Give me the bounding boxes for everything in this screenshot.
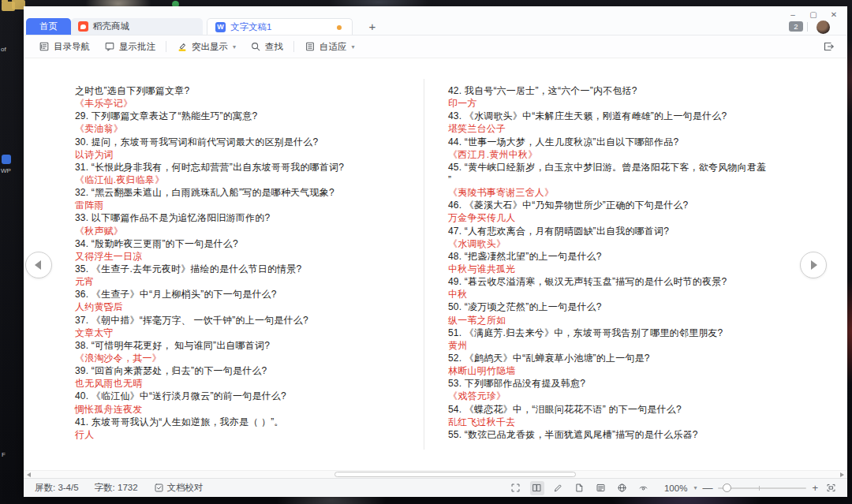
outline-icon [39, 41, 50, 52]
divider [293, 41, 294, 52]
answer-line: 黄州 [448, 339, 827, 352]
proofread-label: 文档校对 [167, 482, 204, 494]
word-count[interactable]: 字数: 1732 [95, 482, 138, 494]
tab-docer-store[interactable]: 稻壳商城 [71, 18, 203, 35]
new-tab-button[interactable]: + [363, 18, 382, 34]
docer-store-icon [78, 21, 88, 32]
answer-line: 《临江仙.夜归临皋》 [75, 174, 422, 186]
question-line: 32. “黑云翻墨未遮山，白雨跳珠乱入船”写的是哪种天气现象? [75, 186, 422, 199]
document-canvas[interactable]: 之时也”选自下列哪篇文章?《丰乐亭记》29. 下列哪篇文章表达了“熟能生巧”的寓… [24, 58, 847, 470]
question-line: 50. “凌万顷之茫然”的上一句是什么? [448, 301, 827, 313]
question-line: 34. “殷勤昨夜三更雨”的下一句是什么? [75, 237, 422, 250]
highlight-label: 突出显示 [192, 41, 228, 53]
page-view-button[interactable] [573, 481, 587, 495]
window-controls: – ▢ ✕ [783, 8, 844, 21]
scroll-left-arrow-icon[interactable] [27, 472, 31, 477]
unsaved-changes-dot-icon [337, 25, 342, 30]
eye-protect-button[interactable] [637, 481, 651, 495]
question-line: 49. “暮云收尽溢清寒，银汉无声转玉盘”描写的是什么时节的夜景? [448, 275, 827, 288]
question-line: 52. 《鹧鸪天》中“乱蝉衰草小池塘”的上一句是? [448, 352, 827, 364]
answer-line: 《丰乐亭记》 [75, 97, 422, 110]
show-comments-label: 显示批注 [119, 41, 155, 53]
status-right-group: 100% ▾ — + [509, 481, 847, 495]
question-line: 43. 《水调歌头》中“未解庄生天籁，刚道有雌雄”的上一句是什么? [448, 110, 827, 122]
find-button[interactable]: 查找 [243, 38, 290, 55]
answer-line: 又得浮生一日凉 [75, 250, 422, 263]
desktop-icon-label: of [1, 46, 6, 53]
highlight-dropdown-button[interactable]: 突出显示 ▾ [170, 38, 243, 55]
answer-line: 元宵 [75, 275, 422, 288]
answer-line: 《秋声赋》 [75, 225, 422, 237]
question-line: 46. 《菱溪大石》中“乃知异物世所少”正确的下句是什么? [448, 199, 827, 211]
zoom-out-button[interactable]: — [702, 482, 712, 494]
web-layout-button[interactable] [615, 481, 630, 495]
answer-line: 文章太守 [75, 327, 422, 339]
question-line: 39. “回首向来萧瑟处，归去”的下一句是什么? [75, 364, 422, 377]
question-line: 48. “把盏凄然北望”的上一句是什么? [448, 250, 827, 263]
tab-home-label: 首页 [39, 21, 58, 32]
page-fit-icon [305, 41, 316, 52]
outline-nav-button[interactable]: 目录导航 [32, 38, 97, 55]
question-line: 29. 下列哪篇文章表达了“熟能生巧”的寓意? [75, 110, 422, 122]
question-line: 30. 提问，东坡哥哥我写词和前代写词最大的区别是什么? [75, 136, 422, 148]
zoom-controls: 100% ▾ — + [664, 481, 838, 495]
prev-page-button[interactable] [25, 252, 52, 278]
show-comments-button[interactable]: 显示批注 [97, 38, 163, 55]
zoom-in-button[interactable]: + [812, 482, 818, 494]
fit-window-icon [826, 483, 836, 493]
fit-window-button[interactable] [824, 481, 838, 495]
tab-bar: 首页 稻壳商城 W 文字文稿1 + – ▢ ✕ 2 [24, 6, 847, 35]
edit-mode-button[interactable] [551, 481, 566, 495]
question-line: 之时也”选自下列哪篇文章? [75, 84, 422, 97]
answer-line: 中秋与谁共孤光 [448, 263, 827, 275]
answer-line: 也无风雨也无晴 [75, 377, 422, 390]
arrow-right-icon [811, 260, 817, 270]
fullscreen-button[interactable] [509, 481, 523, 495]
proofread-icon [154, 483, 164, 493]
screen-count: 屏数: 3-4/5 [35, 482, 79, 494]
page-left-text: 之时也”选自下列哪篇文章?《丰乐亭记》29. 下列哪篇文章表达了“熟能生巧”的寓… [75, 84, 422, 441]
question-line: 45. “黄牛峡口经新岁，白玉京中梦旧游。曾是洛阳花下客，欲夸风物向君羞 [448, 161, 827, 174]
question-line: 31. “长恨此身非我有，何时忘却营营”出自东坡哥哥我的哪首词? [75, 161, 422, 174]
answer-line: 以诗为词 [75, 148, 422, 161]
message-count-badge[interactable]: 2 [789, 21, 803, 32]
answer-line: 万金争买传几人 [448, 211, 827, 224]
scroll-right-arrow-icon[interactable] [840, 472, 844, 477]
user-avatar[interactable] [816, 21, 830, 34]
tab-document[interactable]: W 文字文稿1 [207, 18, 353, 35]
question-line: 53. 下列哪部作品没有提及韩愈? [448, 377, 827, 390]
zoom-level[interactable]: 100% [664, 483, 687, 493]
scrollbar-thumb[interactable] [334, 472, 576, 477]
share-export-button[interactable] [822, 40, 835, 53]
question-line: 44. “世事一场大梦，人生几度秋凉”出自以下哪部作品? [448, 136, 827, 148]
autofit-dropdown-button[interactable]: 自适应 ▾ [297, 38, 362, 55]
zoom-slider-thumb[interactable] [723, 483, 731, 492]
answer-line: 惆怅孤舟连夜发 [75, 403, 422, 416]
answer-line: 行人 [75, 428, 422, 441]
highlighter-icon [177, 41, 188, 52]
answer-line: 雷阵雨 [75, 199, 422, 211]
close-button[interactable]: ✕ [824, 8, 844, 21]
divider [166, 41, 166, 52]
page-divider [424, 79, 424, 450]
proofread-button[interactable]: 文档校对 [154, 482, 204, 494]
answer-line: 《西江月.黄州中秋》 [448, 148, 827, 161]
two-page-view-button[interactable] [530, 481, 544, 495]
answer-line: 《浪淘沙令，其一》 [75, 352, 422, 364]
tab-document-label: 文字文稿1 [230, 21, 271, 33]
zoom-slider[interactable] [718, 487, 806, 489]
maximize-button[interactable]: ▢ [803, 8, 824, 21]
horizontal-scrollbar[interactable] [24, 470, 847, 478]
chevron-down-icon[interactable]: ▾ [693, 484, 697, 491]
answer-line: 乱红飞过秋千去 [448, 416, 827, 428]
chevron-down-icon: ▾ [352, 43, 355, 50]
fullscreen-icon [510, 483, 521, 493]
outline-nav-label: 目录导航 [54, 41, 90, 53]
outline-view-button[interactable] [594, 481, 608, 495]
desktop-app-icon [2, 155, 11, 164]
minimize-button[interactable]: – [783, 8, 803, 21]
question-line: 40. 《临江仙》中“送行淡月微云”的前一句是什么? [75, 390, 422, 402]
tab-home[interactable]: 首页 [26, 18, 71, 35]
next-page-button[interactable] [800, 252, 827, 278]
zoom-slider-tick [759, 486, 760, 491]
